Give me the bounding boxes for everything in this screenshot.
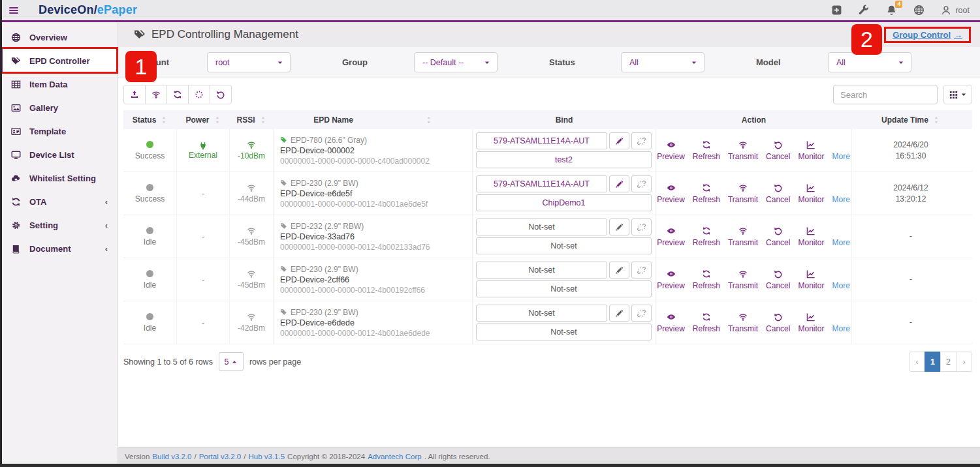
page-button-1[interactable]: 1 — [925, 352, 941, 372]
preview-action[interactable]: Preview — [657, 140, 685, 161]
page-button-2[interactable]: 2 — [940, 352, 956, 372]
group-control-link[interactable]: Group Control → — [893, 30, 962, 40]
transmit-action[interactable]: Transmit — [728, 226, 758, 247]
cancel-action[interactable]: Cancel — [766, 269, 790, 290]
more-link[interactable]: More — [832, 269, 849, 290]
sidebar-item-whitelist-setting[interactable]: Whitelist Setting — [0, 166, 118, 190]
group-select[interactable]: -- Default -- — [414, 52, 498, 72]
refresh-action[interactable]: Refresh — [693, 140, 720, 161]
bind-device-value[interactable]: Not-set — [476, 218, 607, 235]
unbind-button[interactable] — [631, 262, 652, 279]
menu-icon[interactable] — [8, 5, 19, 16]
unlink-icon — [637, 137, 646, 145]
transmit-action[interactable]: Transmit — [728, 183, 758, 204]
column-header-epd-name[interactable]: EPD Name — [274, 115, 473, 125]
more-link[interactable]: More — [832, 140, 849, 161]
notifications-bell[interactable]: 4 — [886, 5, 897, 16]
bind-item-value[interactable]: Not-set — [476, 324, 652, 340]
refresh-action[interactable]: Refresh — [693, 269, 720, 290]
column-header-power[interactable]: Power — [177, 115, 230, 125]
sort-icon — [160, 116, 168, 124]
sidebar-item-label: Template — [29, 127, 66, 136]
transmit-action[interactable]: Transmit — [728, 269, 758, 290]
bind-device-value[interactable]: 579-ATSAML11E14A-AUT — [476, 175, 607, 192]
monitor-action[interactable]: Monitor — [798, 140, 824, 161]
cancel-action[interactable]: Cancel — [766, 140, 790, 161]
refresh-action[interactable]: Refresh — [693, 312, 720, 333]
wifi-icon — [738, 140, 748, 149]
refresh-action[interactable]: Refresh — [693, 183, 720, 204]
cancel-action[interactable]: Cancel — [766, 312, 790, 333]
tools-icon[interactable] — [859, 5, 870, 16]
led-button[interactable] — [188, 85, 210, 104]
bind-item-value[interactable]: ChipDemo1 — [476, 194, 652, 211]
edit-bind-button[interactable] — [609, 132, 629, 149]
bind-item-value[interactable]: Not-set — [476, 280, 652, 297]
user-menu[interactable]: root — [941, 5, 970, 16]
footer-company-link[interactable]: Advantech Corp — [368, 453, 421, 460]
unbind-button[interactable] — [631, 218, 652, 235]
transmit-action[interactable]: Transmit — [728, 140, 758, 161]
epd-device-name: EPD-Device-e6dede — [280, 318, 355, 328]
more-link[interactable]: More — [832, 226, 849, 247]
bind-device-value[interactable]: 579-ATSAML11E14A-AUT — [476, 132, 607, 149]
column-header-status[interactable]: Status — [123, 115, 177, 125]
footer-portal-link[interactable]: Portal v3.2.0 — [199, 453, 242, 460]
refresh-action[interactable]: Refresh — [693, 226, 720, 247]
unbind-button[interactable] — [631, 175, 652, 192]
sidebar-item-epd-controller[interactable]: EPD Controller — [0, 49, 118, 72]
transmit-button[interactable] — [145, 85, 167, 104]
sidebar-item-overview[interactable]: Overview — [0, 25, 118, 49]
upload-button[interactable] — [123, 85, 146, 104]
sidebar-item-template[interactable]: Template — [0, 119, 118, 143]
prev-page-button[interactable]: ‹ — [909, 352, 925, 372]
cancel-action[interactable]: Cancel — [766, 183, 790, 204]
bind-device-value[interactable]: Not-set — [476, 305, 607, 322]
action-cell: Preview Refresh Transmit Cancel Monitor … — [656, 129, 852, 172]
preview-action[interactable]: Preview — [657, 226, 685, 247]
transmit-action[interactable]: Transmit — [728, 312, 758, 333]
monitor-action[interactable]: Monitor — [798, 226, 824, 247]
page-size-select[interactable]: 5 — [219, 352, 244, 371]
refresh-button[interactable] — [166, 85, 189, 104]
bind-device-value[interactable]: Not-set — [476, 262, 607, 279]
search-input[interactable] — [833, 85, 938, 104]
cancel-button[interactable] — [210, 85, 232, 104]
cancel-action[interactable]: Cancel — [766, 226, 790, 247]
more-link[interactable]: More — [832, 312, 849, 333]
monitor-action[interactable]: Monitor — [798, 312, 824, 333]
preview-action[interactable]: Preview — [657, 183, 685, 204]
preview-action[interactable]: Preview — [657, 269, 685, 290]
sidebar-item-item-data[interactable]: Item Data — [0, 72, 118, 96]
edit-bind-button[interactable] — [609, 305, 629, 322]
bind-item-value[interactable]: Not-set — [476, 237, 652, 254]
add-device-icon[interactable] — [831, 5, 842, 16]
columns-button[interactable] — [943, 85, 972, 104]
next-page-button[interactable]: › — [956, 352, 972, 372]
edit-bind-button[interactable] — [609, 175, 629, 192]
sidebar-item-gallery[interactable]: Gallery — [0, 96, 118, 119]
edit-bind-button[interactable] — [609, 262, 629, 279]
unbind-button[interactable] — [631, 132, 652, 149]
unbind-button[interactable] — [631, 305, 652, 322]
column-header-update-time[interactable]: Update Time — [852, 115, 970, 125]
sync-icon — [11, 197, 21, 207]
monitor-action[interactable]: Monitor — [798, 183, 824, 204]
status-select[interactable]: All — [621, 52, 704, 72]
sidebar-item-ota[interactable]: OTA ‹ — [0, 190, 118, 213]
account-select[interactable]: root — [207, 52, 291, 72]
edit-bind-button[interactable] — [609, 218, 629, 235]
language-globe-icon[interactable] — [913, 5, 925, 16]
sidebar-item-device-list[interactable]: Device List — [0, 143, 118, 166]
sidebar-item-setting[interactable]: Setting ‹ — [0, 213, 118, 237]
bind-item-value[interactable]: test2 — [476, 151, 652, 168]
model-select[interactable]: All — [828, 52, 911, 72]
sidebar-item-document[interactable]: Document ‹ — [0, 237, 118, 260]
preview-action[interactable]: Preview — [657, 312, 685, 333]
footer-build-link[interactable]: Build v3.2.0 — [152, 453, 191, 460]
more-link[interactable]: More — [832, 183, 849, 204]
footer-hub-link[interactable]: Hub v3.1.5 — [248, 453, 285, 460]
monitor-action[interactable]: Monitor — [798, 269, 824, 290]
epd-device-name: EPD-Device-33ad76 — [280, 232, 355, 242]
column-header-rssi[interactable]: RSSI — [230, 115, 274, 125]
